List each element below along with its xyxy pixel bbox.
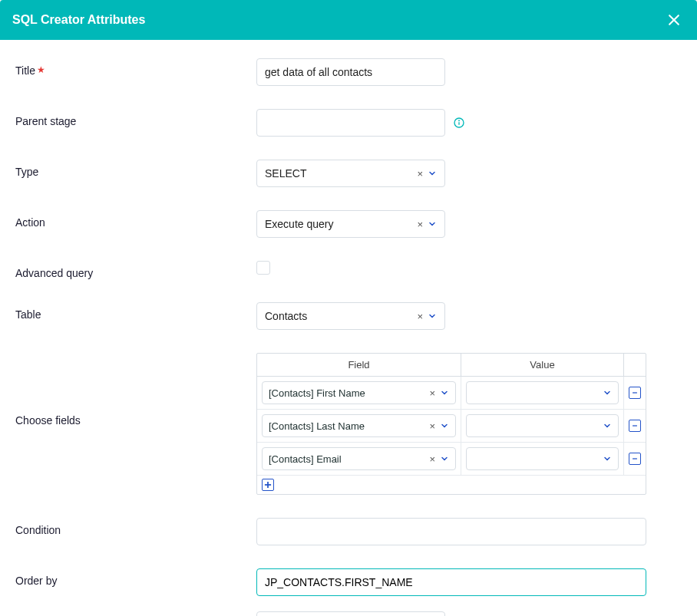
chevron-down-icon: [428, 311, 437, 321]
label-condition: Condition: [15, 518, 256, 536]
remove-row-button[interactable]: [629, 453, 641, 465]
minus-icon: [631, 455, 639, 463]
close-icon: [666, 12, 682, 28]
col-header-field: Field: [257, 354, 461, 376]
type-select-value: SELECT: [265, 167, 417, 180]
row-type: Type SELECT ×: [15, 160, 682, 187]
row-title: Title★: [15, 58, 682, 86]
field-select[interactable]: [Contacts] First Name ×: [262, 381, 456, 404]
row-parent-stage: Parent stage: [15, 109, 682, 137]
dialog-title: SQL Creator Attributes: [12, 13, 145, 27]
field-select-value: [Contacts] First Name: [269, 387, 365, 399]
sql-creator-dialog: SQL Creator Attributes Title★ Parent sta…: [0, 0, 697, 616]
order-direction-select[interactable]: Ascending ×: [256, 611, 445, 616]
dialog-body: Title★ Parent stage Type SELECT: [0, 40, 697, 616]
row-choose-fields: Choose fields Field Value [Contacts] Fir…: [15, 353, 682, 495]
action-select[interactable]: Execute query ×: [256, 210, 445, 238]
row-action: Action Execute query ×: [15, 210, 682, 238]
clear-icon[interactable]: ×: [417, 219, 423, 230]
svg-point-4: [459, 120, 460, 121]
order-by-input[interactable]: [256, 568, 646, 596]
advanced-query-checkbox[interactable]: [256, 261, 270, 275]
col-header-value: Value: [461, 354, 624, 376]
fields-table-footer: [257, 476, 646, 494]
condition-input[interactable]: [256, 518, 646, 545]
row-advanced-query: Advanced query: [15, 261, 682, 279]
title-input[interactable]: [256, 58, 445, 86]
chevron-down-icon: [440, 388, 449, 397]
table-row: [Contacts] Last Name ×: [257, 410, 646, 443]
label-table: Table: [15, 302, 256, 321]
col-header-actions: [624, 354, 646, 376]
info-icon[interactable]: [453, 117, 465, 129]
parent-stage-input[interactable]: [256, 109, 445, 137]
value-select[interactable]: [466, 381, 619, 404]
row-condition: Condition: [15, 518, 682, 545]
clear-icon[interactable]: ×: [429, 387, 435, 399]
clear-icon[interactable]: ×: [429, 420, 435, 432]
minus-icon: [631, 422, 639, 430]
dialog-header: SQL Creator Attributes: [0, 0, 697, 40]
table-select[interactable]: Contacts ×: [256, 302, 445, 330]
label-type: Type: [15, 160, 256, 178]
chevron-down-icon: [428, 169, 437, 178]
action-select-value: Execute query: [265, 218, 417, 230]
field-select-value: [Contacts] Email: [269, 453, 342, 465]
field-select[interactable]: [Contacts] Email ×: [262, 447, 456, 470]
fields-table: Field Value [Contacts] First Name ×: [256, 353, 646, 495]
value-select[interactable]: [466, 447, 619, 470]
label-action: Action: [15, 210, 256, 229]
clear-icon[interactable]: ×: [417, 168, 423, 180]
close-button[interactable]: [663, 9, 685, 31]
table-select-value: Contacts: [265, 310, 417, 322]
label-choose-fields: Choose fields: [15, 353, 256, 427]
label-advanced-query: Advanced query: [15, 261, 256, 279]
chevron-down-icon: [428, 219, 437, 229]
field-select-value: [Contacts] Last Name: [269, 420, 365, 432]
fields-table-head: Field Value: [257, 354, 646, 377]
add-row-button[interactable]: [262, 479, 274, 491]
clear-icon[interactable]: ×: [429, 453, 435, 465]
plus-icon: [263, 479, 273, 490]
chevron-down-icon: [603, 388, 612, 397]
label-title: Title★: [15, 58, 256, 77]
required-icon: ★: [37, 64, 45, 75]
row-table: Table Contacts ×: [15, 302, 682, 330]
label-parent-stage: Parent stage: [15, 109, 256, 127]
table-row: [Contacts] Email ×: [257, 443, 646, 476]
label-order-by: Order by: [15, 568, 256, 587]
table-row: [Contacts] First Name ×: [257, 377, 646, 410]
minus-icon: [631, 389, 639, 397]
field-select[interactable]: [Contacts] Last Name ×: [262, 414, 456, 437]
chevron-down-icon: [603, 421, 612, 430]
chevron-down-icon: [440, 421, 449, 430]
clear-icon[interactable]: ×: [417, 311, 423, 322]
type-select[interactable]: SELECT ×: [256, 160, 445, 187]
remove-row-button[interactable]: [629, 420, 641, 432]
row-order-by: Order by Ascending ×: [15, 568, 682, 616]
chevron-down-icon: [440, 454, 449, 463]
label-title-text: Title: [15, 64, 35, 77]
remove-row-button[interactable]: [629, 387, 641, 399]
value-select[interactable]: [466, 414, 619, 437]
chevron-down-icon: [603, 454, 612, 463]
